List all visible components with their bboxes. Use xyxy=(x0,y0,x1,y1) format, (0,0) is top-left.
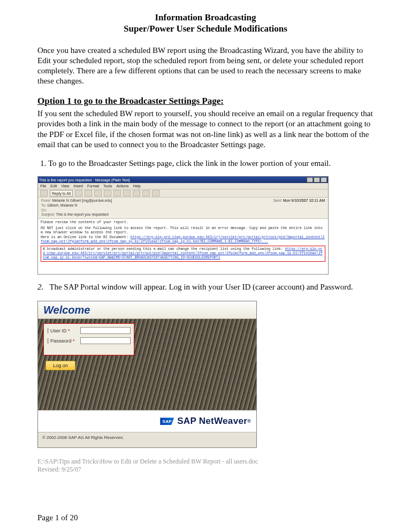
toolbar-btn[interactable] xyxy=(104,190,111,196)
toolbar-btn[interactable] xyxy=(85,190,92,196)
from-label: From: xyxy=(41,199,51,202)
maximize-icon[interactable] xyxy=(314,177,320,183)
cc-label: Cc: xyxy=(41,208,47,212)
document-title: Information Broadcasting Super/Power Use… xyxy=(37,12,374,35)
toolbar-btn[interactable] xyxy=(75,190,82,196)
logon-button[interactable]: Log on xyxy=(45,361,75,370)
title-line-2: Super/Power User Schedule Modifications xyxy=(124,24,287,34)
minimize-icon[interactable] xyxy=(307,177,313,183)
to-label: To: xyxy=(41,203,46,207)
reply-all-combo[interactable]: Reply to All xyxy=(50,190,73,196)
email-titlebar: This is the report you requested - Messa… xyxy=(38,177,328,183)
step-list-1: To go to the Broadcaster Settings page, … xyxy=(37,158,374,169)
netweaver-brand-bar: SAP SAP NetWeaver® xyxy=(38,411,256,432)
footer-path: E:\SAP\Tips and Tricks\How to Edit or De… xyxy=(37,458,374,466)
email-screenshot: This is the report you requested - Messa… xyxy=(37,176,329,275)
window-controls xyxy=(307,177,327,183)
email-body-line1: Please review the contents of your repor… xyxy=(41,221,325,225)
email-body-line2: DO NOT just click on the following link … xyxy=(41,226,325,235)
toolbar-btn[interactable] xyxy=(40,190,48,196)
sent-label: Sent: xyxy=(273,199,281,202)
menu-view[interactable]: View xyxy=(61,184,69,188)
subject-label: Subject: xyxy=(41,212,55,216)
toolbar-btn[interactable] xyxy=(152,190,159,196)
sap-logo-icon: SAP xyxy=(160,417,174,425)
menu-format[interactable]: Format xyxy=(87,184,99,188)
email-window-title: This is the report you requested - Messa… xyxy=(39,178,130,182)
sap-login-screenshot: Welcome User ID * Password * Log on SAP … xyxy=(37,301,257,448)
toolbar-btn[interactable] xyxy=(142,190,150,196)
password-input[interactable] xyxy=(80,337,131,344)
close-icon[interactable] xyxy=(321,177,327,183)
menu-insert[interactable]: Insert xyxy=(73,184,83,188)
sent-value: Mon 9/10/2007 10:11 AM xyxy=(283,199,325,202)
email-body: Please review the contents of your repor… xyxy=(38,219,328,275)
toolbar-btn[interactable] xyxy=(123,190,131,196)
user-id-label: User ID * xyxy=(47,328,78,333)
menu-help[interactable]: Help xyxy=(133,184,140,188)
toolbar-btn[interactable] xyxy=(113,190,121,196)
intro-paragraph: Once you have created a scheduled BW rep… xyxy=(37,45,374,87)
email-admin-link-box: A broadcast administrator or the person … xyxy=(41,246,325,262)
footer-revised: Revised: 9/25/07 xyxy=(37,466,374,474)
step-1: To go to the Broadcaster Settings page, … xyxy=(48,158,374,169)
from-value: Melanie N Gilbert [mg@purdue.edu] xyxy=(52,199,112,202)
menu-tools[interactable]: Tools xyxy=(103,184,112,188)
page-number: Page 1 of 20 xyxy=(37,513,78,522)
option1-paragraph: If you sent the scheduled BW report to y… xyxy=(37,109,374,150)
title-line-1: Information Broadcasting xyxy=(155,12,256,22)
registered-mark: ® xyxy=(247,419,251,424)
toolbar-btn[interactable] xyxy=(94,190,102,196)
menu-file[interactable]: File xyxy=(40,184,46,188)
footer-meta: E:\SAP\Tips and Tricks\How to Edit or De… xyxy=(37,458,374,474)
email-admin-text: A broadcast administrator or the person … xyxy=(43,247,283,251)
email-body-link-label: Here is an Online link to the BI Documen… xyxy=(41,235,128,239)
netweaver-brand: SAP NetWeaver xyxy=(177,416,247,427)
option1-heading: Option 1 to go to the Broadcaster Settin… xyxy=(37,96,224,107)
toolbar-btn[interactable] xyxy=(133,190,140,196)
login-welcome: Welcome xyxy=(38,301,256,319)
login-form: User ID * Password * xyxy=(43,323,134,355)
login-background: User ID * Password * Log on xyxy=(38,319,256,411)
password-label: Password * xyxy=(47,338,78,344)
email-menubar: File Edit View Insert Format Tools Actio… xyxy=(38,183,328,189)
step-2-number: 2. xyxy=(37,283,43,291)
to-value: Gilbert, Melanie N xyxy=(47,203,77,207)
step-2-wrapper: 2. The SAP Portal window will appear. Lo… xyxy=(37,282,374,292)
menu-actions[interactable]: Actions xyxy=(116,184,128,188)
step-2: The SAP Portal window will appear. Log i… xyxy=(49,283,353,291)
menu-edit[interactable]: Edit xyxy=(50,184,57,188)
email-headers: From: Melanie N Gilbert [mg@purdue.edu] … xyxy=(38,197,328,219)
login-copyright: © 2002-2006 SAP AG All Rights Reserved. xyxy=(38,432,256,442)
email-toolbar: Reply to All xyxy=(38,189,328,197)
subject-value: This is the report you requested xyxy=(56,212,108,216)
user-id-input[interactable] xyxy=(80,327,131,334)
